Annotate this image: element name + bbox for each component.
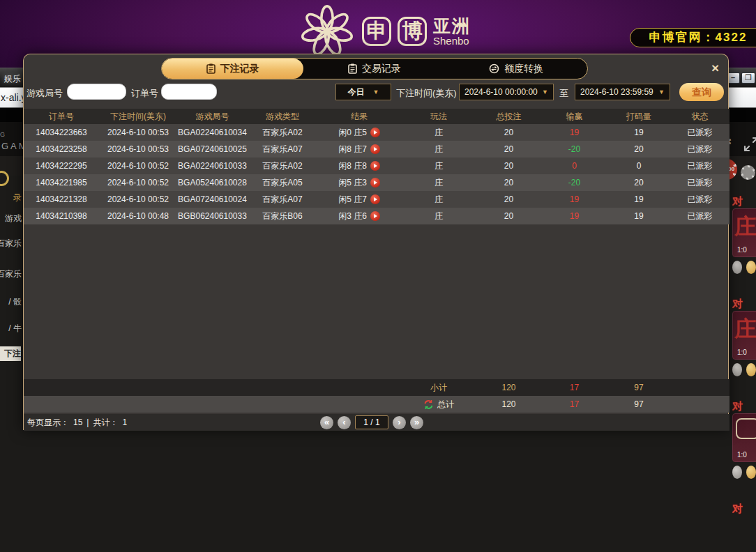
bet-zone-fragment[interactable]: 1:0 bbox=[732, 413, 756, 462]
table-row[interactable]: 140342219852024-6-10 00:52BGA05240610028… bbox=[24, 174, 729, 191]
tab-bet-records[interactable]: 下注记录 bbox=[162, 59, 303, 79]
cell-winloss: 19 bbox=[541, 128, 607, 137]
cell-valid-bet: 19 bbox=[607, 128, 670, 137]
bet-pill-gold[interactable] bbox=[746, 466, 756, 479]
prev-page-button[interactable]: ‹ bbox=[338, 416, 351, 429]
date-from-select[interactable]: 2024-6-10 00:00:00 ▼ bbox=[459, 84, 554, 100]
bet-zone-fragment[interactable]: 庄1:0 bbox=[732, 311, 756, 360]
left-menu-fragment[interactable]: 下注 bbox=[0, 346, 21, 361]
order-no-label: 订单号 bbox=[131, 87, 158, 100]
cell-total-bet: 20 bbox=[476, 178, 541, 187]
cell-order-no: 14034223258 bbox=[24, 144, 99, 154]
left-menu-fragment[interactable]: / 骰 bbox=[0, 296, 22, 308]
table-header-row: 订单号下注时间(美东)游戏局号游戏类型结果玩法总投注输赢打码量状态 bbox=[24, 109, 729, 124]
bet-pill-gray[interactable] bbox=[732, 261, 742, 274]
flower-logo-icon bbox=[298, 3, 356, 60]
left-menu-fragment[interactable]: / 牛 bbox=[0, 323, 22, 335]
bet-zone-fragment[interactable]: 庄1:0 bbox=[732, 208, 756, 257]
result-text: 闲8 庄7 bbox=[338, 144, 367, 155]
left-menu-fragment[interactable]: 百家乐 bbox=[0, 238, 22, 250]
clipboard-icon bbox=[348, 63, 357, 74]
cell-play-type: 庄 bbox=[401, 194, 476, 206]
left-menu-fragment[interactable]: 百家乐 bbox=[0, 268, 22, 280]
tab-label: 下注记录 bbox=[220, 63, 259, 75]
bet-pill-gold[interactable] bbox=[746, 363, 756, 376]
bet-panel-fragment[interactable]: 对庄1:0 bbox=[732, 298, 756, 376]
bet-panel-fragment[interactable]: 对1:0 bbox=[732, 400, 756, 479]
cell-game-round: BGB06240610033 bbox=[177, 211, 248, 221]
table-row[interactable]: 140342236632024-6-10 00:53BGA02240610034… bbox=[24, 124, 729, 141]
column-header: 订单号 bbox=[24, 111, 99, 123]
date-to-select[interactable]: 2024-6-10 23:59:59 ▼ bbox=[575, 84, 670, 100]
cell-winloss: 0 bbox=[541, 161, 607, 171]
column-header: 下注时间(美东) bbox=[99, 111, 177, 123]
cell-play-type: 庄 bbox=[401, 144, 476, 155]
cell-result: 闲8 庄7 bbox=[317, 144, 401, 155]
replay-icon[interactable] bbox=[370, 144, 380, 154]
cell-result: 闲5 庄7 bbox=[317, 194, 401, 206]
tab-transaction-records[interactable]: 交易记录 bbox=[303, 59, 445, 79]
logo-region-text: 亚洲 bbox=[433, 17, 471, 35]
site-logo: 申 博 亚洲 Shenbo bbox=[298, 3, 471, 60]
banker-zone-char: 庄 bbox=[734, 212, 756, 243]
cell-total-bet: 20 bbox=[476, 144, 541, 154]
bet-pill-gray[interactable] bbox=[732, 466, 742, 479]
table-row[interactable]: 140342213282024-6-10 00:52BGA07240610024… bbox=[24, 191, 729, 208]
cell-total-bet: 20 bbox=[476, 161, 541, 171]
bet-pill-gold[interactable] bbox=[746, 261, 756, 274]
column-header: 结果 bbox=[317, 111, 401, 123]
range-select[interactable]: 今日 ▼ bbox=[335, 84, 391, 100]
page-size-label: 每页显示： bbox=[27, 417, 69, 429]
bet-panel-fragment[interactable]: 对庄1:0 bbox=[732, 195, 756, 274]
chip-settings-icon[interactable] bbox=[741, 165, 755, 180]
table-row[interactable]: 140342222952024-6-10 00:52BGA02240610033… bbox=[24, 158, 729, 174]
table-row[interactable]: 140342103982024-6-10 00:48BGB06240610033… bbox=[24, 208, 729, 224]
first-page-button[interactable]: « bbox=[320, 416, 333, 429]
replay-icon[interactable] bbox=[370, 161, 380, 171]
page-summary: 每页显示： 15 | 共计： 1 bbox=[27, 417, 127, 429]
left-menu-fragment[interactable]: 录 bbox=[0, 192, 22, 204]
odds-text: 1:0 bbox=[737, 451, 747, 459]
last-page-button[interactable]: » bbox=[410, 416, 423, 429]
fullscreen-icon[interactable] bbox=[743, 137, 756, 152]
cell-order-no: 14034222295 bbox=[24, 161, 99, 171]
left-menu-fragment[interactable]: 游戏 bbox=[0, 213, 22, 224]
table-row[interactable]: 140342232582024-6-10 00:53BGA07240610025… bbox=[24, 141, 729, 158]
cell-game-round: BGA05240610028 bbox=[177, 178, 248, 187]
replay-icon[interactable] bbox=[370, 128, 380, 137]
cell-bet-time: 2024-6-10 00:53 bbox=[99, 128, 177, 137]
cell-bet-time: 2024-6-10 00:52 bbox=[99, 161, 177, 171]
result-text: 闲3 庄6 bbox=[338, 210, 367, 222]
query-button[interactable]: 查询 bbox=[679, 83, 724, 101]
pair-bet-label: 对 bbox=[732, 503, 756, 516]
cell-status: 已派彩 bbox=[670, 160, 729, 172]
chevron-down-icon: ▼ bbox=[373, 89, 379, 95]
cell-winloss: 19 bbox=[541, 194, 607, 204]
result-text: 闲0 庄5 bbox=[338, 127, 367, 139]
clipboard-icon bbox=[206, 63, 216, 74]
cell-order-no: 14034210398 bbox=[24, 211, 99, 221]
column-header: 输赢 bbox=[541, 111, 607, 123]
subtotal-row: 小计 120 17 97 bbox=[24, 379, 729, 396]
game-round-input[interactable] bbox=[67, 84, 126, 100]
replay-icon[interactable] bbox=[370, 211, 380, 221]
cell-order-no: 14034221328 bbox=[24, 194, 99, 204]
order-no-input[interactable] bbox=[161, 84, 217, 100]
bet-pill-gray[interactable] bbox=[732, 363, 742, 376]
cell-bet-time: 2024-6-10 00:48 bbox=[99, 211, 177, 221]
replay-icon[interactable] bbox=[370, 194, 380, 204]
refresh-icon[interactable] bbox=[423, 399, 434, 410]
cell-game-round: BGA02240610033 bbox=[177, 161, 248, 171]
next-page-button[interactable]: › bbox=[393, 416, 406, 429]
subtotal-valid: 97 bbox=[607, 383, 670, 392]
date-from-value: 2024-6-10 00:00:00 bbox=[464, 87, 538, 97]
tab-quota-transfer[interactable]: 额度转换 bbox=[446, 59, 587, 79]
close-icon[interactable]: × bbox=[711, 61, 719, 76]
replay-icon[interactable] bbox=[370, 178, 380, 187]
result-text: 闲5 庄3 bbox=[338, 177, 367, 189]
cell-game-round: BGA07240610024 bbox=[177, 194, 248, 204]
tab-label: 交易记录 bbox=[362, 63, 401, 75]
grandtotal-total: 120 bbox=[476, 399, 541, 409]
column-header: 游戏类型 bbox=[248, 111, 317, 123]
maximize-button[interactable]: ❐ bbox=[741, 72, 755, 84]
